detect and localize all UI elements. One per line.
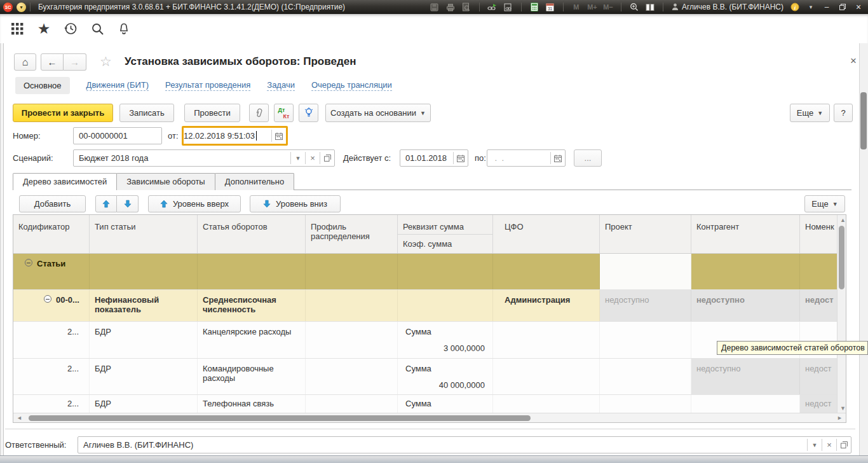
favorite-star-icon[interactable]: ☆ [100, 54, 112, 69]
tab-additional[interactable]: Дополнительно [215, 173, 295, 190]
info-icon[interactable]: i [788, 2, 802, 12]
table-horizontal-scrollbar[interactable]: ◄ ► [13, 413, 846, 422]
calculator-icon[interactable] [527, 2, 541, 12]
collapse-icon[interactable] [44, 295, 51, 303]
notifications-bell-icon[interactable] [116, 20, 132, 37]
column-header-profile[interactable]: Профиль распределения [306, 215, 398, 253]
scroll-right-icon[interactable]: ► [837, 415, 843, 421]
move-down-button[interactable] [117, 195, 139, 212]
system-menu-button[interactable]: ▾ [17, 3, 26, 12]
tree-row-indicator[interactable]: 00-0... Нефинансовый показатель Среднесп… [13, 290, 846, 322]
current-user[interactable]: Агличев В.В. (БИТ.ФИНАНС) [672, 3, 783, 11]
scroll-up-icon[interactable]: ▲ [840, 218, 846, 223]
date-label: от: [168, 131, 179, 141]
scroll-down-icon[interactable]: ▼ [840, 406, 846, 411]
column-header-codifier[interactable]: Кодификатор [13, 215, 90, 253]
print-icon[interactable] [444, 2, 458, 12]
tab-dependency-tree[interactable]: Дерево зависимостей [13, 173, 117, 190]
back-button[interactable]: ← [41, 53, 64, 71]
memory-m-minus-icon[interactable]: M− [601, 3, 615, 11]
responsible-dropdown-icon[interactable]: ▼ [808, 437, 822, 453]
table-more-button[interactable]: Еще ▼ [804, 195, 845, 212]
more-button[interactable]: Еще ▼ [790, 104, 830, 122]
period-more-button[interactable]: ... [574, 149, 602, 167]
forward-button[interactable]: → [64, 53, 86, 71]
help-button[interactable]: ? [834, 104, 853, 122]
tree-row-expense[interactable]: 2... БДР Телефонная связь Сумма недост [13, 395, 846, 414]
create-on-basis-button[interactable]: Создать на основании ▼ [325, 104, 431, 122]
move-up-button[interactable] [95, 195, 117, 212]
attachments-button[interactable] [249, 104, 269, 122]
tab-dependent-turnovers[interactable]: Зависимые обороты [116, 173, 215, 190]
chevron-down-icon: ▼ [420, 110, 426, 116]
move-buttons [95, 195, 139, 212]
window-bottom-edge [0, 455, 868, 463]
date-field[interactable]: 12.02.2018 9:51:03 [182, 126, 288, 146]
responsible-clear-icon[interactable]: × [822, 437, 836, 453]
paperclip-icon [255, 108, 263, 118]
dtkt-button[interactable]: Дт Кт [274, 104, 294, 122]
minimize-button[interactable]: – [820, 2, 834, 12]
calendar-picker-icon[interactable] [551, 150, 565, 166]
scroll-left-icon[interactable]: ◄ [17, 415, 22, 421]
idea-button[interactable] [299, 104, 318, 122]
nav-item-posting-result[interactable]: Результат проведения [165, 80, 250, 91]
nav-item-translation-queue[interactable]: Очередь трансляции [311, 80, 392, 91]
level-up-button[interactable]: Уровень вверх [148, 195, 241, 212]
get-link-icon[interactable] [485, 2, 499, 12]
column-header-nomenclature[interactable]: Номенк [800, 215, 837, 253]
column-header-coef-sum[interactable]: Коэф. сумма [398, 235, 492, 249]
scenario-clear-icon[interactable]: × [306, 150, 320, 166]
tree-row-group[interactable]: Статьи [13, 254, 846, 290]
lightbulb-icon [304, 107, 313, 118]
column-header-attr-sum[interactable]: Реквизит сумма [398, 215, 492, 235]
home-button[interactable]: ⌂ [14, 53, 36, 71]
table-vertical-scrollbar[interactable]: ▲ ▼ [837, 215, 846, 414]
table-vertical-scrollbar-thumb[interactable] [839, 226, 844, 289]
valid-from-field[interactable]: 01.01.2018 [400, 149, 468, 167]
maximize-button[interactable] [836, 2, 850, 12]
scenario-dropdown-icon[interactable]: ▼ [291, 150, 305, 166]
memory-m-icon[interactable]: M [569, 3, 583, 11]
nav-item-movements[interactable]: Движения (БИТ) [86, 80, 149, 91]
column-header-contractor[interactable]: Контрагент [691, 215, 800, 253]
search-icon[interactable] [89, 20, 105, 37]
form-vertical-scrollbar-thumb[interactable] [860, 92, 867, 149]
scenario-field[interactable]: Бюджет 2018 года ▼ × [73, 149, 335, 167]
post-button[interactable]: Провести [184, 104, 240, 122]
zoom-icon[interactable] [627, 2, 641, 12]
column-header-cfo[interactable]: ЦФО [493, 215, 600, 253]
nav-item-main[interactable]: Основное [15, 77, 70, 94]
responsible-field[interactable]: Агличев В.В. (БИТ.ФИНАНС) ▼ × [78, 436, 851, 453]
print-preview-icon[interactable] [459, 2, 473, 12]
memory-m-plus-icon[interactable]: M+ [585, 3, 599, 11]
column-header-article[interactable]: Статья оборотов [198, 215, 306, 253]
number-field[interactable]: 00-00000001 [73, 127, 162, 144]
responsible-open-icon[interactable] [837, 437, 851, 453]
window-close-button[interactable]: × [851, 2, 865, 12]
write-button[interactable]: Записать [119, 104, 174, 122]
calendar-picker-icon[interactable] [454, 150, 468, 166]
scenario-open-icon[interactable] [320, 150, 334, 166]
main-menu-icon[interactable] [9, 20, 25, 37]
collapse-icon[interactable] [25, 259, 32, 266]
go-to-link-icon[interactable] [501, 2, 515, 12]
nav-item-tasks[interactable]: Задачи [267, 80, 295, 91]
save-icon[interactable] [428, 2, 442, 12]
post-and-close-button[interactable]: Провести и закрыть [13, 104, 113, 122]
calendar-icon[interactable]: 31 [543, 2, 557, 12]
titlebar-more-icon[interactable]: ▾ [804, 2, 818, 12]
tab-strip: Дерево зависимостей Зависимые обороты До… [13, 173, 851, 190]
table-horizontal-scrollbar-thumb[interactable] [29, 415, 531, 421]
favorites-icon[interactable]: ★ [36, 20, 52, 37]
add-button[interactable]: Добавить [19, 195, 86, 212]
calendar-picker-icon[interactable] [272, 128, 286, 144]
split-window-icon[interactable] [643, 2, 657, 12]
form-close-button[interactable]: × [850, 55, 857, 67]
level-down-button[interactable]: Уровень вниз [250, 195, 341, 212]
tree-row-expense[interactable]: 2... БДР Командировочные расходы Сумма 4… [13, 359, 846, 395]
column-header-article-type[interactable]: Тип статьи [90, 215, 198, 253]
history-icon[interactable] [62, 20, 79, 37]
valid-to-field[interactable]: . . [487, 149, 566, 167]
column-header-project[interactable]: Проект [600, 215, 691, 253]
